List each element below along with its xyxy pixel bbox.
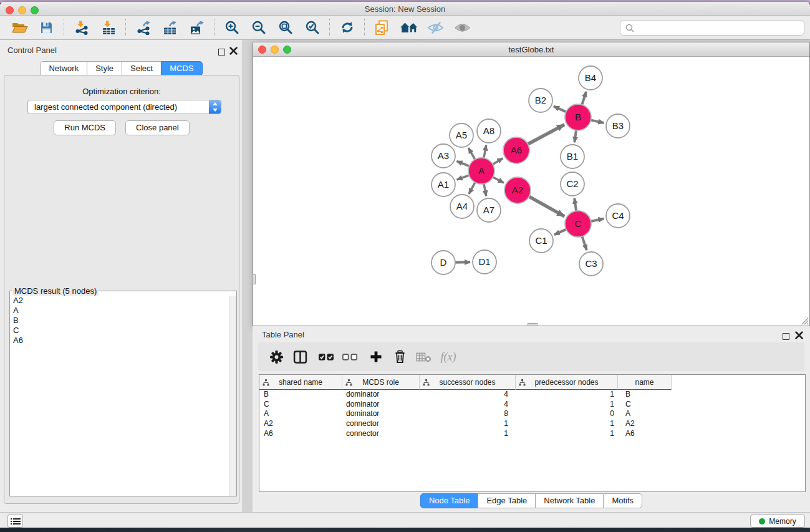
graph-edge-C-C4[interactable] xyxy=(590,219,604,222)
graph-edge-B-B2[interactable] xyxy=(554,106,567,112)
table-cell[interactable]: B xyxy=(618,390,672,400)
column-header-shared-name[interactable]: shared name xyxy=(259,375,342,390)
graph-node-C2[interactable]: C2 xyxy=(561,172,584,196)
deselect-all-button[interactable] xyxy=(338,345,362,369)
run-mcds-button[interactable]: Run MCDS xyxy=(54,120,116,135)
control-tab-select[interactable]: Select xyxy=(122,61,162,76)
export-network-button[interactable] xyxy=(130,17,157,38)
table-settings-button[interactable] xyxy=(264,345,288,369)
graph-node-A3[interactable]: A3 xyxy=(432,144,455,168)
graph-edge-B-B1[interactable] xyxy=(574,129,576,142)
table-cell[interactable]: connector xyxy=(342,429,420,439)
table-cell[interactable]: dominator xyxy=(342,409,420,419)
close-panel-button[interactable] xyxy=(229,46,238,57)
graph-edge-C-C2[interactable] xyxy=(574,198,576,212)
graph-edge-B-B4[interactable] xyxy=(582,92,586,106)
graph-node-A4[interactable]: A4 xyxy=(450,195,474,218)
delete-column-button[interactable] xyxy=(388,345,412,369)
control-tab-network[interactable]: Network xyxy=(40,61,87,76)
graph-node-C3[interactable]: C3 xyxy=(579,252,603,276)
table-tab-edge-table[interactable]: Edge Table xyxy=(478,493,536,508)
zoom-fit-button[interactable] xyxy=(272,17,299,38)
graph-node-A6[interactable]: A6 xyxy=(503,137,529,163)
show-graphics-button[interactable] xyxy=(449,17,476,38)
table-cell[interactable]: C xyxy=(259,400,342,410)
zoom-selected-button[interactable] xyxy=(299,17,325,38)
close-panel-button-mcds[interactable]: Close panel xyxy=(125,120,190,135)
mcds-result-item[interactable]: A6 xyxy=(10,336,229,346)
table-cell[interactable]: 1 xyxy=(420,429,516,439)
table-cell[interactable]: 1 xyxy=(420,419,516,429)
home-button[interactable] xyxy=(395,17,422,38)
hide-graphics-button[interactable] xyxy=(422,17,449,38)
graph-edge-A6-B[interactable] xyxy=(527,125,564,145)
network-canvas[interactable]: B4B2BB3A8A5A6A3B1AA1C2A2A4A7C4CC1C3DD1 xyxy=(253,57,809,326)
graph-edge-A-A5[interactable] xyxy=(468,148,475,160)
table-cell[interactable]: B xyxy=(259,390,342,400)
graph-node-B[interactable]: B xyxy=(565,104,591,130)
graph-node-C1[interactable]: C1 xyxy=(529,229,553,253)
float-table-panel-button[interactable] xyxy=(783,331,789,342)
table-cell[interactable]: C xyxy=(618,400,672,410)
table-row-A2[interactable]: A2connector11A2 xyxy=(259,419,805,429)
graph-edge-A-A8[interactable] xyxy=(484,145,486,160)
table-cell[interactable]: 1 xyxy=(516,429,618,439)
table-cell[interactable]: A2 xyxy=(259,419,342,429)
table-cell[interactable]: connector xyxy=(342,419,420,429)
control-tab-mcds[interactable]: MCDS xyxy=(161,61,202,76)
refresh-layout-button[interactable] xyxy=(334,17,360,38)
graph-edge-C-C3[interactable] xyxy=(582,235,587,250)
table-row-A[interactable]: Adominator80A xyxy=(259,409,805,419)
graph-edge-A2-C[interactable] xyxy=(528,196,565,216)
graph-node-A7[interactable]: A7 xyxy=(477,198,501,222)
graph-node-C[interactable]: C xyxy=(565,211,591,237)
mcds-result-item[interactable]: A xyxy=(10,306,229,316)
graph-node-A5[interactable]: A5 xyxy=(450,123,473,147)
table-cell[interactable]: 0 xyxy=(516,409,618,419)
select-all-button[interactable] xyxy=(314,345,338,369)
mcds-result-item[interactable]: C xyxy=(10,326,229,336)
graph-node-A2[interactable]: A2 xyxy=(504,177,531,203)
graph-node-B3[interactable]: B3 xyxy=(606,114,630,138)
clone-network-button[interactable] xyxy=(369,17,395,38)
graph-edge-A-A6[interactable] xyxy=(491,158,503,165)
table-cell[interactable]: 8 xyxy=(420,409,516,419)
graph-node-B1[interactable]: B1 xyxy=(561,145,584,168)
graph-edge-A-A7[interactable] xyxy=(484,183,486,196)
table-tab-node-table[interactable]: Node Table xyxy=(420,493,479,508)
table-cell[interactable]: 1 xyxy=(516,400,618,410)
table-tab-motifs[interactable]: Motifs xyxy=(603,493,642,508)
export-image-button[interactable] xyxy=(183,17,210,38)
graph-edge-A-A3[interactable] xyxy=(456,161,470,167)
graph-node-A1[interactable]: A1 xyxy=(432,173,455,196)
graph-edge-A-A2[interactable] xyxy=(492,177,504,183)
control-tab-style[interactable]: Style xyxy=(87,61,122,76)
table-tab-network-table[interactable]: Network Table xyxy=(535,493,604,508)
column-header-successor-nodes[interactable]: successor nodes xyxy=(420,375,516,390)
table-row-A6[interactable]: A6connector11A6 xyxy=(259,429,805,439)
graph-node-D[interactable]: D xyxy=(432,251,455,274)
table-cell[interactable]: 1 xyxy=(516,419,618,429)
zoom-out-button[interactable] xyxy=(245,17,272,38)
window-edge-handle[interactable] xyxy=(253,274,256,284)
delete-table-button[interactable] xyxy=(412,345,435,369)
graph-edge-A-A4[interactable] xyxy=(469,181,476,194)
network-window-titlebar[interactable]: testGlobe.txt xyxy=(253,42,809,57)
export-table-button[interactable] xyxy=(157,17,183,38)
table-cell[interactable]: dominator xyxy=(342,400,420,410)
table-cell[interactable]: A6 xyxy=(618,429,672,439)
mcds-result-item[interactable]: B xyxy=(10,316,229,326)
graph-node-B4[interactable]: B4 xyxy=(579,66,602,90)
criterion-dropdown[interactable]: largest connected component (directed) xyxy=(27,100,221,114)
show-columns-button[interactable] xyxy=(288,345,312,369)
memory-button[interactable]: Memory xyxy=(750,515,805,528)
graph-edge-C-C1[interactable] xyxy=(554,229,567,235)
open-file-button[interactable] xyxy=(6,17,33,38)
table-cell[interactable]: A xyxy=(618,409,672,419)
save-session-button[interactable] xyxy=(33,17,60,38)
table-cell[interactable]: A2 xyxy=(618,419,672,429)
table-cell[interactable]: 4 xyxy=(420,390,516,400)
import-table-button[interactable] xyxy=(95,17,122,38)
graph-node-C4[interactable]: C4 xyxy=(606,204,630,228)
graph-node-A8[interactable]: A8 xyxy=(477,119,501,143)
